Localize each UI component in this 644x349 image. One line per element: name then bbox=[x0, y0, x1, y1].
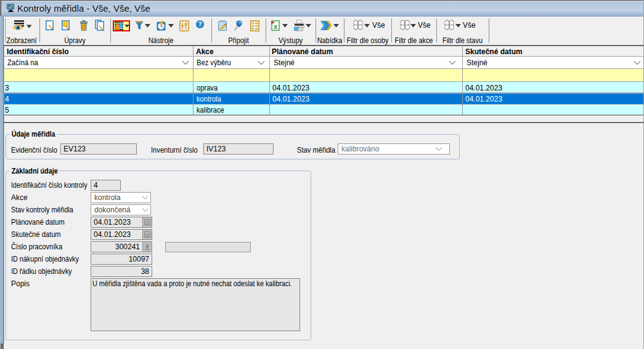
svg-text:?: ? bbox=[198, 21, 202, 28]
svg-text:x: x bbox=[274, 23, 277, 30]
